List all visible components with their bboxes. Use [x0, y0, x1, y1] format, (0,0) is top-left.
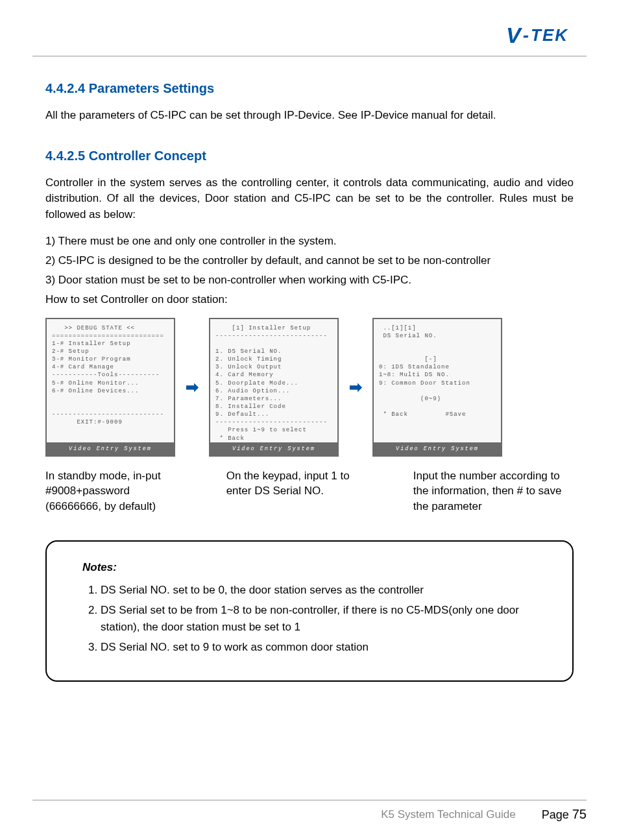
screen-2-body: [1] Installer Setup --------------------…	[210, 319, 337, 442]
screen-1-footer: Video Entry System	[47, 442, 174, 455]
screen-installer-setup: [1] Installer Setup --------------------…	[209, 318, 339, 457]
section-4-4-2-4-body: All the parameters of C5-IPC can be set …	[45, 108, 574, 124]
note-item-1: DS Serial NO. set to be 0, the door stat…	[101, 582, 537, 599]
footer-guide-title: K5 System Technical Guide	[381, 808, 516, 821]
logo-hyphen: -	[523, 25, 530, 46]
footer-page-label: Page	[542, 808, 572, 821]
notes-title: Notes:	[82, 561, 537, 574]
rule-3: 3) Door station must be set to be non-co…	[45, 274, 574, 287]
page-content: 4.4.2.4 Parameters Settings All the para…	[32, 81, 587, 682]
captions-row: In standby mode, in-put #9008+password (…	[45, 468, 574, 514]
caption-3: Input the number according to the inform…	[413, 468, 574, 514]
screen-1-body: >> DEBUG STATE << ======================…	[47, 319, 174, 442]
screen-3-footer: Video Entry System	[374, 442, 501, 455]
logo-rest: TEK	[531, 25, 568, 45]
screen-2-footer: Video Entry System	[210, 442, 337, 455]
rule-2: 2) C5-IPC is designed to be the controll…	[45, 254, 574, 267]
screens-row: >> DEBUG STATE << ======================…	[45, 318, 574, 457]
arrow-right-icon: ➡	[186, 378, 199, 396]
arrow-right-icon: ➡	[349, 378, 362, 396]
caption-1: In standby mode, in-put #9008+password (…	[45, 468, 188, 514]
note-item-2: DS Serial set to be from 1~8 to be non-c…	[101, 602, 537, 635]
section-heading-4-4-2-4: 4.4.2.4 Parameters Settings	[45, 81, 574, 96]
notes-box: Notes: DS Serial NO. set to be 0, the do…	[45, 540, 574, 682]
screen-ds-serial: ..[1][1] DS Serial NO. [-] 0: 1DS Standa…	[372, 318, 502, 457]
footer-page-number: 75	[572, 807, 587, 821]
page-header: V - TEK	[32, 23, 587, 56]
logo: V - TEK	[506, 23, 568, 48]
page-footer: K5 System Technical Guide Page 75	[32, 800, 587, 822]
logo-v: V	[506, 23, 522, 48]
howto-line: How to set Controller on door station:	[45, 293, 574, 306]
section-heading-4-4-2-5: 4.4.2.5 Controller Concept	[45, 149, 574, 163]
screen-debug-state: >> DEBUG STATE << ======================…	[45, 318, 175, 457]
notes-list: DS Serial NO. set to be 0, the door stat…	[82, 582, 537, 656]
screen-3-body: ..[1][1] DS Serial NO. [-] 0: 1DS Standa…	[374, 319, 501, 442]
note-item-3: DS Serial NO. set to 9 to work as common…	[101, 639, 537, 656]
rule-1: 1) There must be one and only one contro…	[45, 235, 574, 248]
footer-page: Page 75	[542, 807, 587, 822]
caption-2: On the keypad, input 1 to enter DS Seria…	[226, 468, 374, 514]
section-4-4-2-5-intro: Controller in the system serves as the c…	[45, 175, 574, 223]
